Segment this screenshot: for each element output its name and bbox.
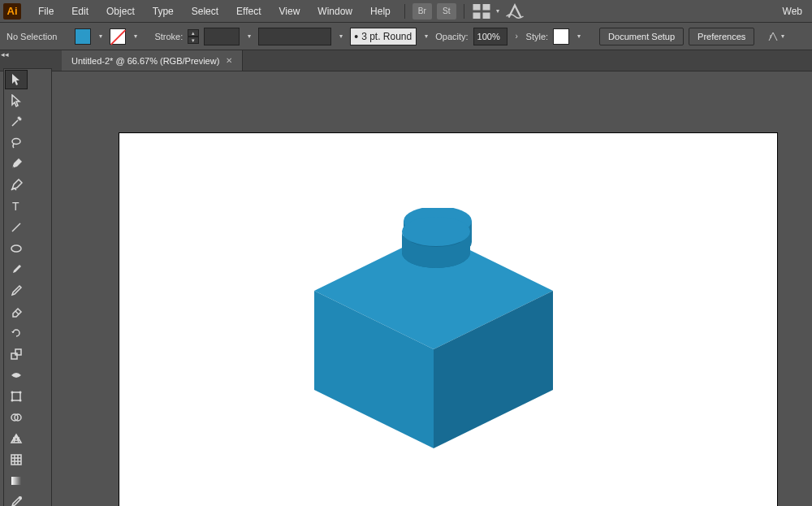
tool-ellipse[interactable] [5, 239, 28, 258]
gpu-preview-icon[interactable] [505, 3, 525, 19]
close-icon[interactable]: ✕ [226, 56, 232, 65]
tools-panel: T ⤭ ⧉ ▾ [3, 68, 52, 506]
svg-point-8 [11, 245, 21, 252]
tool-type[interactable]: T [5, 197, 28, 216]
chevron-down-icon[interactable]: ▾ [244, 32, 253, 40]
stroke-label: Stroke: [154, 32, 183, 41]
separator [464, 4, 464, 19]
chevron-down-icon[interactable]: ▾ [421, 32, 430, 40]
bridge-icon[interactable]: Br [412, 3, 432, 19]
var-width-profile[interactable] [258, 28, 331, 45]
control-bar: No Selection ▾ ▾ Stroke: ▴▾ ▾ ▾ • 3 pt. … [0, 23, 812, 50]
svg-point-16 [19, 400, 22, 402]
svg-point-13 [11, 391, 14, 394]
style-label: Style: [526, 32, 549, 41]
svg-rect-0 [473, 4, 480, 11]
brush-label: 3 pt. Round [361, 31, 412, 42]
workspace-switcher[interactable]: Web [783, 6, 809, 17]
svg-rect-19 [11, 455, 21, 465]
stock-icon[interactable]: St [437, 3, 456, 19]
menu-file[interactable]: File [29, 0, 63, 22]
opacity-field[interactable] [473, 28, 508, 45]
menu-view[interactable]: View [270, 0, 309, 22]
menu-type[interactable]: Type [144, 0, 183, 22]
tool-free-transform[interactable] [5, 387, 28, 406]
svg-rect-20 [11, 477, 21, 485]
fill-swatch[interactable] [75, 28, 91, 45]
document-tab[interactable]: Untitled-2* @ 66.67% (RGB/Preview) ✕ [62, 50, 243, 71]
chevron-down-icon[interactable]: ▾ [131, 32, 140, 40]
menu-bar: Ai File Edit Object Type Select Effect V… [0, 0, 812, 23]
brush-definition[interactable]: • 3 pt. Round [350, 28, 417, 45]
tool-scale[interactable] [5, 344, 28, 364]
tool-perspective-grid[interactable] [5, 429, 28, 448]
svg-rect-1 [482, 4, 490, 11]
svg-point-41 [402, 217, 470, 246]
panel-collapse-handle[interactable]: ◂◂ [0, 50, 10, 62]
style-swatch[interactable] [553, 28, 569, 45]
align-flyout-icon[interactable]: ▾ [767, 31, 784, 42]
menu-help[interactable]: Help [361, 0, 400, 22]
tool-selection[interactable] [5, 70, 28, 89]
svg-point-14 [19, 391, 22, 394]
artboard[interactable] [119, 132, 778, 506]
document-setup-button[interactable]: Document Setup [599, 28, 684, 45]
svg-rect-11 [15, 349, 21, 355]
menu-select[interactable]: Select [183, 0, 227, 22]
svg-point-15 [11, 400, 14, 402]
document-tab-bar: Untitled-2* @ 66.67% (RGB/Preview) ✕ [0, 50, 812, 71]
artwork-cube[interactable] [314, 208, 553, 448]
opacity-flyout[interactable]: › [512, 32, 521, 41]
svg-point-21 [19, 496, 22, 500]
arrange-docs-icon[interactable] [472, 3, 491, 19]
svg-line-7 [12, 223, 20, 231]
svg-point-5 [12, 167, 14, 168]
chevron-down-icon[interactable]: ▾ [336, 32, 345, 40]
separator [404, 4, 405, 19]
stroke-weight-stepper[interactable]: ▴▾ [188, 29, 199, 44]
svg-text:T: T [12, 200, 19, 213]
stroke-swatch[interactable] [110, 28, 126, 45]
menu-object[interactable]: Object [97, 0, 144, 22]
app-logo: Ai [3, 3, 21, 19]
svg-rect-12 [12, 392, 20, 400]
chevron-down-icon[interactable]: ▾ [96, 32, 105, 40]
tool-eyedropper[interactable] [5, 492, 28, 506]
tool-shape-builder[interactable] [5, 408, 28, 427]
svg-point-4 [12, 139, 20, 145]
menu-effect[interactable]: Effect [227, 0, 270, 22]
svg-rect-2 [473, 12, 480, 19]
tool-rotate[interactable] [5, 323, 28, 343]
menu-window[interactable]: Window [309, 0, 361, 22]
preferences-button[interactable]: Preferences [689, 28, 754, 45]
chevron-down-icon[interactable]: ▾ [494, 7, 503, 15]
stroke-weight-field[interactable] [204, 28, 240, 45]
svg-line-9 [15, 311, 19, 314]
tool-mesh[interactable] [5, 450, 28, 469]
tool-paintbrush[interactable] [5, 260, 28, 279]
tool-magic-wand[interactable] [5, 112, 28, 132]
document-tab-title: Untitled-2* @ 66.67% (RGB/Preview) [71, 56, 219, 66]
opacity-label: Opacity: [435, 32, 468, 41]
tool-pen[interactable] [5, 154, 28, 174]
tool-pencil[interactable] [5, 281, 28, 301]
tool-curvature[interactable] [5, 175, 28, 195]
svg-rect-3 [482, 12, 490, 19]
tool-gradient[interactable] [5, 471, 28, 491]
tool-width[interactable] [5, 365, 28, 385]
tool-direct-selection[interactable] [5, 91, 28, 110]
chevron-down-icon[interactable]: ▾ [574, 32, 583, 40]
menu-edit[interactable]: Edit [63, 0, 97, 22]
tool-lasso[interactable] [5, 133, 28, 153]
canvas-area[interactable] [62, 71, 812, 506]
tool-eraser[interactable] [5, 302, 28, 322]
svg-rect-10 [11, 353, 17, 359]
selection-info: No Selection [6, 32, 57, 41]
tool-line-segment[interactable] [5, 218, 28, 237]
